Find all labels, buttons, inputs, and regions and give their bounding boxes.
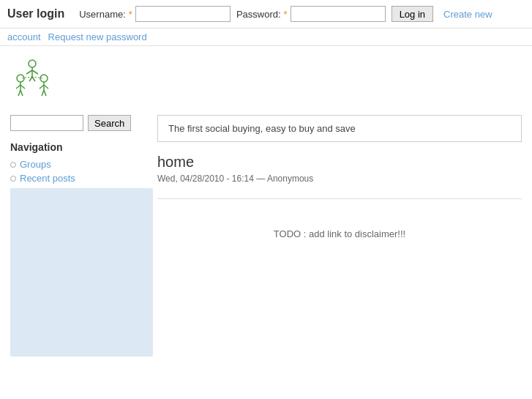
content-area: The first social buying, easy to buy and… [150,115,532,239]
site-title: User login [7,7,64,20]
list-item: Groups [10,159,143,170]
svg-line-3 [32,70,38,74]
sidebar: Search Navigation Groups Recent posts [0,115,150,357]
list-bullet-icon [10,176,16,182]
subnav: account Request new password [0,29,532,46]
account-link[interactable]: account [7,31,41,42]
svg-line-9 [20,85,25,89]
password-input[interactable] [291,6,386,22]
tagline-box: The first social buying, easy to buy and… [157,115,522,142]
svg-line-10 [18,90,20,96]
home-meta: Wed, 04/28/2010 - 16:14 — Anonymous [157,174,522,184]
svg-point-0 [29,60,36,67]
password-label: Password: [236,9,281,20]
password-group: Password: * [236,6,386,22]
username-required-star: * [129,9,132,20]
home-title: home [157,154,522,171]
svg-line-15 [44,85,48,89]
username-label: Username: [79,9,126,20]
nav-list: Groups Recent posts [10,159,143,184]
site-logo-icon [10,58,54,98]
svg-line-19 [32,77,44,78]
footer-note: TODO : add link to disclaimer!!! [157,228,522,239]
svg-line-18 [20,77,32,78]
svg-line-2 [26,70,32,74]
create-new-link[interactable]: Create new [443,9,492,20]
svg-line-5 [32,77,35,81]
username-group: Username: * [79,6,231,22]
list-bullet-icon [10,162,16,168]
navigation-title: Navigation [10,141,143,153]
svg-line-16 [42,90,44,96]
main-layout: Search Navigation Groups Recent posts Th… [0,108,532,357]
password-required-star: * [284,9,288,20]
username-input[interactable] [135,6,231,22]
search-button[interactable]: Search [88,115,131,131]
search-input[interactable] [10,115,83,131]
search-row: Search [10,115,143,131]
groups-nav-link[interactable]: Groups [20,159,51,170]
content-divider [157,198,522,199]
svg-line-8 [16,85,20,89]
svg-line-4 [29,77,32,81]
logo-area [0,46,532,108]
tagline-text: The first social buying, easy to buy and… [168,123,356,134]
request-password-link[interactable]: Request new password [48,31,147,42]
login-button[interactable]: Log in [391,6,433,22]
list-item: Recent posts [10,173,143,184]
recent-posts-nav-link[interactable]: Recent posts [20,173,75,184]
svg-line-17 [44,90,46,96]
header-bar: User login Username: * Password: * Log i… [0,0,532,29]
sidebar-highlight-box [10,188,153,357]
svg-line-11 [20,90,23,96]
svg-line-14 [40,85,44,89]
